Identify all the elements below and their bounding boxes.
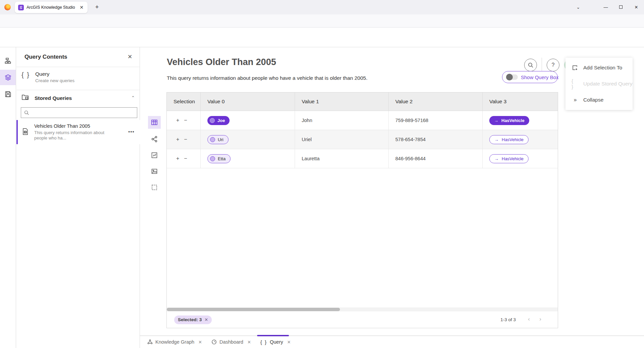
tab-close-icon[interactable]: ✕ [198,340,202,345]
graph-icon [147,339,153,345]
scrollbar-thumb[interactable] [167,308,340,311]
tab-knowledge-graph[interactable]: Knowledge Graph✕ [143,336,207,348]
clear-selection-icon[interactable]: ✕ [204,317,208,322]
braces-icon: { } [572,78,578,90]
tab-dashboard[interactable]: Dashboard✕ [207,336,256,348]
add-to-selection-button[interactable]: + [176,136,179,142]
add-to-selection-button[interactable]: + [176,156,179,162]
divider [16,67,140,67]
stored-query-title[interactable]: Vehicles Older Than 2005 [34,123,90,129]
tab-close-icon[interactable]: ✕ [287,340,291,345]
node-label: Joe [217,118,225,123]
search-icon [528,62,534,68]
selected-count-chip[interactable]: Selected: 3 ✕ [174,315,212,324]
arrow-right-icon: → [494,118,498,123]
firefox-icon[interactable] [4,4,11,10]
new-tab-button[interactable]: + [93,3,101,11]
context-menu: Add Selection To{ }Update Stored Query»C… [565,58,633,110]
share-link-icon[interactable] [148,133,161,146]
page-description: This query returns information about peo… [167,75,367,81]
value1-cell: John [295,111,389,130]
column-header: Selection [167,93,201,111]
toggle-track[interactable] [506,74,518,80]
pagination-range: 1-3 of 3 [500,317,516,322]
relationship-pill[interactable]: →HasVehicle [489,154,529,163]
relationship-label: HasVehicle [501,118,525,123]
query-contents-panel [16,47,140,348]
node-pill[interactable]: Etta [207,154,231,163]
chevron-up-icon[interactable]: ⌃ [131,95,135,100]
add-to-selection-button[interactable]: + [176,117,179,123]
browser-toolbar: ← → https://dev0028833.esri.com/portal/a… [0,14,644,27]
menu-item-label: Update Stored Query [583,81,632,87]
chart-edit-icon[interactable] [148,149,161,162]
image-view-icon[interactable] [148,165,161,178]
table-row[interactable]: +−JoeJohn759-889-57168→HasVehicle [167,111,558,130]
remove-from-selection-button[interactable]: − [184,136,187,142]
bottom-tab-bar: Knowledge Graph✕Dashboard✕{ }Query✕ [140,336,644,348]
window-maximize-button[interactable] [615,2,627,12]
tab-close-icon[interactable]: ✕ [79,5,84,10]
add-selection-icon [572,65,578,71]
browser-tab-strip: ArcGIS Knowledge Studio ✕ + ⌄ — ✕ [0,0,644,14]
edge-cell: →HasVehicle [483,130,558,149]
stored-queries-folder-icon [21,94,29,101]
stored-queries-search[interactable] [21,107,137,118]
browser-tab[interactable]: ArcGIS Knowledge Studio ✕ [15,2,88,13]
menu-item-add-selection-to[interactable]: Add Selection To [565,60,633,76]
selection-cell: +− [167,130,201,149]
remove-from-selection-button[interactable]: − [184,117,187,123]
table-row[interactable]: +−UriUriel578-654-7854→HasVehicle [167,130,558,149]
page-previous-icon[interactable]: ‹ [528,316,530,323]
edge-cell: →HasVehicle [483,111,558,130]
node-pill[interactable]: Joe [207,116,230,125]
table-view-icon[interactable] [148,116,161,129]
page-next-icon[interactable]: › [539,316,541,323]
node-circle-icon [210,118,215,123]
save-icon[interactable] [0,86,16,102]
toggle-knob [506,74,513,80]
tab-close-icon[interactable]: ✕ [247,340,251,345]
divider [16,90,140,90]
value1-cell: Uriel [295,130,389,149]
show-query-box-toggle[interactable]: Show Query Box [502,71,558,83]
window-close-button[interactable]: ✕ [631,2,642,12]
horizontal-scrollbar[interactable] [167,307,558,311]
braces-icon: { } [260,339,267,345]
tab-title: ArcGIS Knowledge Studio [27,5,76,10]
arrow-right-icon: → [494,156,499,161]
tab-query[interactable]: { }Query✕ [256,336,296,348]
item-options-ellipsis-icon[interactable]: ••• [128,129,135,134]
relationship-pill[interactable]: →HasVehicle [489,135,529,144]
node-circle-icon [210,156,215,161]
selection-box-icon[interactable] [148,181,161,194]
node-label: Etta [218,156,226,161]
query-item-title[interactable]: Query [35,71,49,77]
node-cell: Joe [201,111,295,130]
data-model-hierarchy-icon[interactable] [0,53,16,68]
query-braces-icon: { } [21,71,30,79]
remove-from-selection-button[interactable]: − [184,156,187,162]
relationship-pill[interactable]: →HasVehicle [489,116,529,125]
node-cell: Etta [201,149,295,168]
help-button[interactable]: ? [547,59,559,71]
left-icon-rail: » [0,47,16,348]
double-chevron-right-icon: » [572,97,578,103]
tab-list-chevron-icon[interactable]: ⌄ [573,2,584,12]
table-header-row: SelectionValue 0Value 1Value 2Value 3 [167,93,558,111]
selected-item-bar [16,120,18,144]
panel-close-icon[interactable]: ✕ [128,53,132,60]
column-header: Value 2 [389,93,483,111]
search-button[interactable] [524,59,537,71]
table-row[interactable]: +−EttaLauretta846-956-8644→HasVehicle [167,149,558,168]
column-header: Value 1 [295,93,389,111]
column-header: Value 0 [201,93,295,111]
tab-label: Query [270,339,283,345]
edge-cell: →HasVehicle [483,149,558,168]
menu-item-collapse[interactable]: »Collapse [565,92,633,108]
layers-icon[interactable] [0,70,16,85]
window-minimize-button[interactable]: — [600,2,611,12]
search-input[interactable] [32,110,134,115]
node-pill[interactable]: Uri [207,135,229,144]
stored-query-description: This query returns information about peo… [34,130,107,141]
